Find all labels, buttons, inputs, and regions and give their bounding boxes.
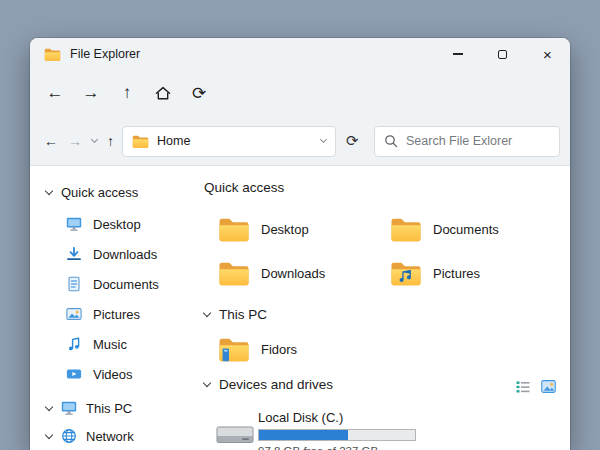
minimize-icon xyxy=(453,53,463,54)
chevron-down-icon xyxy=(45,186,53,194)
sidebar-group-label: This PC xyxy=(86,401,132,416)
disk-free-text: 97.8 GB free of 237 GB xyxy=(258,445,378,450)
drive-name[interactable]: Local Disk (C.) xyxy=(258,410,343,425)
sidebar-item-label: Documents xyxy=(93,277,159,292)
folder-icon xyxy=(218,216,250,243)
sidebar-item-label: Downloads xyxy=(93,247,157,262)
sidebar-item-label: Pictures xyxy=(93,307,140,322)
chevron-down-icon xyxy=(45,402,53,410)
tiles-view-icon[interactable] xyxy=(541,379,556,394)
sidebar-item-videos[interactable]: Videos xyxy=(30,359,192,389)
sidebar-item-music[interactable]: Music xyxy=(30,329,192,359)
address-forward-button[interactable]: → xyxy=(68,134,82,148)
address-location: Home xyxy=(157,134,313,148)
nav-toolbar: ← → ↑ ⟳ xyxy=(30,70,570,116)
folder-tile-pictures[interactable]: Pictures xyxy=(390,258,480,288)
section-header-devices-and-drives[interactable]: Devices and drives xyxy=(204,377,333,392)
search-input[interactable] xyxy=(406,134,567,148)
download-icon xyxy=(66,246,82,262)
maximize-button[interactable] xyxy=(480,38,525,70)
chevron-down-icon xyxy=(45,430,53,438)
refresh-icon: ⟳ xyxy=(192,83,206,104)
recent-locations-chevron-icon[interactable] xyxy=(91,136,98,143)
chevron-down-icon xyxy=(203,309,211,317)
minimize-button[interactable] xyxy=(435,38,480,70)
music-note-icon xyxy=(66,336,82,352)
section-label: Quick access xyxy=(204,180,284,195)
titlebar: File Explorer × xyxy=(30,38,570,70)
sidebar-item-pictures[interactable]: Pictures xyxy=(30,299,192,329)
address-row: ← → ↑ Home ⟳ xyxy=(30,116,570,166)
address-dropdown-chevron-icon[interactable] xyxy=(320,136,327,143)
forward-icon: → xyxy=(83,83,100,103)
sidebar-item-label: Desktop xyxy=(93,217,141,232)
address-up-button[interactable]: ↑ xyxy=(107,134,114,148)
window-controls: × xyxy=(435,38,570,70)
folder-icon xyxy=(390,216,422,243)
folder-tile-documents[interactable]: Documents xyxy=(390,214,499,244)
view-toggle-buttons xyxy=(516,379,556,394)
window-chrome: File Explorer × ← → ↑ ⟳ ← → ↑ xyxy=(30,38,570,166)
chevron-down-icon xyxy=(203,379,211,387)
folder-tile-label: Pictures xyxy=(433,266,480,281)
folder-tile-label: Desktop xyxy=(261,222,309,237)
back-icon: ← xyxy=(47,83,64,103)
address-refresh-button[interactable]: ⟳ xyxy=(344,132,361,150)
hard-drive-icon[interactable] xyxy=(216,422,254,446)
disk-usage-fill xyxy=(259,430,348,440)
folder-tile-label: Downloads xyxy=(261,266,325,281)
section-header-this-pc[interactable]: This PC xyxy=(204,307,267,322)
address-nav: ← → ↑ xyxy=(44,134,114,148)
folder-tile-fidors[interactable]: Fidors xyxy=(218,334,297,364)
close-button[interactable]: × xyxy=(525,38,570,70)
file-list-pane: Quick access Desktop Documents Downloads… xyxy=(192,166,570,450)
sidebar-item-downloads[interactable]: Downloads xyxy=(30,239,192,269)
section-header-quick-access[interactable]: Quick access xyxy=(204,180,284,195)
search-icon xyxy=(384,134,398,148)
video-icon xyxy=(66,366,82,382)
back-button[interactable]: ← xyxy=(42,80,68,106)
section-label: This PC xyxy=(219,307,267,322)
network-globe-icon xyxy=(61,428,77,444)
folder-icon xyxy=(218,260,250,287)
folder-music-icon xyxy=(390,260,422,287)
close-icon: × xyxy=(543,47,552,62)
section-label: Devices and drives xyxy=(219,377,333,392)
sidebar-group-label: Network xyxy=(86,429,134,444)
forward-button[interactable]: → xyxy=(78,80,104,106)
address-back-button[interactable]: ← xyxy=(44,134,58,148)
maximize-icon xyxy=(498,50,507,59)
app-folder-icon xyxy=(44,47,61,62)
desktop-icon xyxy=(66,216,82,232)
sidebar-item-label: Music xyxy=(93,337,127,352)
folder-tile-label: Fidors xyxy=(261,342,297,357)
sidebar: Quick access Desktop Downloads Documents… xyxy=(30,166,192,450)
address-bar[interactable]: Home xyxy=(122,126,336,157)
up-icon: ↑ xyxy=(123,83,132,103)
picture-icon xyxy=(66,306,82,322)
details-view-icon[interactable] xyxy=(516,380,530,394)
location-folder-icon xyxy=(132,134,149,149)
window-title: File Explorer xyxy=(70,47,140,61)
file-explorer-window: File Explorer × ← → ↑ ⟳ ← → ↑ xyxy=(30,38,570,450)
home-icon xyxy=(154,84,172,102)
sidebar-group-quick-access[interactable]: Quick access xyxy=(30,178,192,206)
refresh-button[interactable]: ⟳ xyxy=(186,80,212,106)
folder-accent-icon xyxy=(218,336,250,363)
up-button[interactable]: ↑ xyxy=(114,80,140,106)
sidebar-item-label: Videos xyxy=(93,367,133,382)
folder-tile-downloads[interactable]: Downloads xyxy=(218,258,325,288)
computer-icon xyxy=(61,400,77,416)
sidebar-item-desktop[interactable]: Desktop xyxy=(30,209,192,239)
search-box xyxy=(374,126,560,157)
explorer-content: Quick access Desktop Downloads Documents… xyxy=(30,166,570,450)
document-icon xyxy=(66,276,82,292)
folder-tile-label: Documents xyxy=(433,222,499,237)
sidebar-group-label: Quick access xyxy=(61,185,138,200)
sidebar-group-network[interactable]: Network xyxy=(30,422,192,450)
sidebar-group-this-pc[interactable]: This PC xyxy=(30,394,192,422)
disk-usage-bar xyxy=(258,429,416,441)
home-button[interactable] xyxy=(150,80,176,106)
folder-tile-desktop[interactable]: Desktop xyxy=(218,214,309,244)
sidebar-item-documents[interactable]: Documents xyxy=(30,269,192,299)
